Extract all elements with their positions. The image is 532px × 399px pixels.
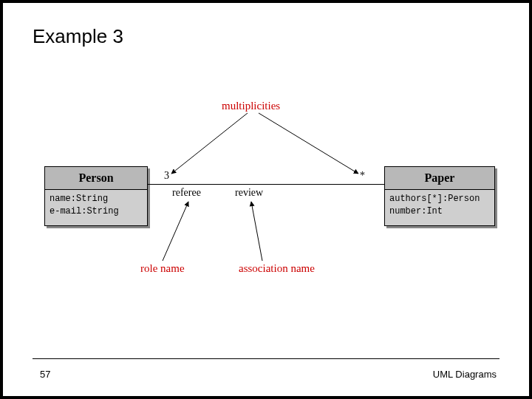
svg-line-2 bbox=[163, 202, 188, 261]
class-name-person: Person bbox=[45, 167, 147, 190]
annotation-role-name: role name bbox=[140, 262, 185, 275]
svg-line-0 bbox=[171, 113, 248, 174]
role-left: referee bbox=[172, 187, 201, 199]
footer-rule bbox=[33, 358, 499, 359]
attr: name:String bbox=[50, 193, 143, 205]
attr: authors[*]:Person bbox=[389, 193, 490, 205]
uml-class-paper: Paper authors[*]:Person number:Int bbox=[384, 166, 495, 226]
slide-title: Example 3 bbox=[33, 25, 499, 48]
multiplicity-right: * bbox=[360, 170, 365, 182]
svg-line-1 bbox=[259, 113, 358, 174]
class-attrs-person: name:String e-mail:String bbox=[45, 190, 147, 225]
annotation-association-name: association name bbox=[239, 262, 315, 275]
footer-label: UML Diagrams bbox=[433, 369, 497, 380]
svg-line-3 bbox=[251, 202, 262, 261]
page-number: 57 bbox=[40, 369, 50, 380]
attr: number:Int bbox=[389, 205, 490, 218]
annotation-multiplicities: multiplicities bbox=[222, 100, 280, 112]
class-name-paper: Paper bbox=[385, 167, 494, 190]
slide: Example 3 Person name:String e-mail:Stri… bbox=[3, 3, 529, 396]
uml-class-person: Person name:String e-mail:String bbox=[44, 166, 148, 226]
multiplicity-left: 3 bbox=[164, 170, 169, 182]
uml-diagram: Person name:String e-mail:String Paper a… bbox=[37, 63, 495, 299]
class-attrs-paper: authors[*]:Person number:Int bbox=[385, 190, 494, 225]
association-line bbox=[148, 184, 384, 185]
attr: e-mail:String bbox=[50, 205, 143, 218]
association-name: review bbox=[235, 187, 263, 199]
